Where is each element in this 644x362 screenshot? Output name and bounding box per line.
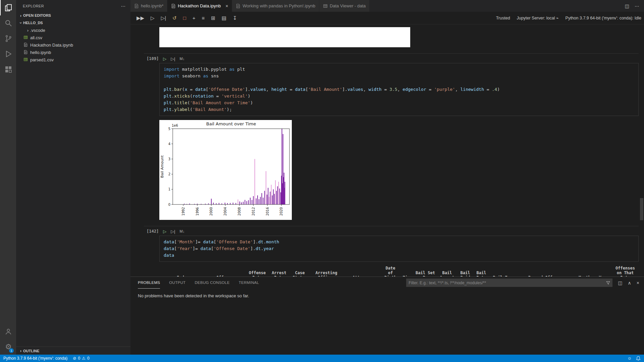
dataframe-output: IndexOffensesOffense DateArrest DateCase… <box>159 266 639 277</box>
status-bar-right: ☺ <box>628 356 641 361</box>
panel-tab-output[interactable]: OUTPUT <box>169 277 185 289</box>
run-cell-icon[interactable]: ▷ <box>151 15 155 21</box>
panel-tabs: PROBLEMSOUTPUTDEBUG CONSOLETERMINAL <box>138 277 268 289</box>
panel-tab-debug-console[interactable]: DEBUG CONSOLE <box>195 277 229 289</box>
run-below-icon[interactable]: ▷| <box>171 56 175 61</box>
svg-text:1996: 1996 <box>196 207 199 216</box>
panel-tab-terminal[interactable]: TERMINAL <box>239 277 259 289</box>
trusted-indicator[interactable]: Trusted <box>496 16 510 20</box>
svg-text:5: 5 <box>168 127 170 131</box>
feedback-icon[interactable]: ☺ <box>628 356 632 361</box>
panel-tab-problems[interactable]: PROBLEMS <box>138 277 160 289</box>
export-notebook-icon[interactable]: ↧ <box>233 15 237 21</box>
file-item-hackathon-data-ipynb[interactable]: Hackathon Data.ipynb <box>16 41 130 49</box>
run-cell-icon[interactable]: ▷ <box>163 56 166 61</box>
jupyter-server-status[interactable]: Jupyter Server: local ⌁ <box>517 15 559 20</box>
tab-bar-tabs: hello.ipynb*Hackathon Data.ipynb×Working… <box>130 0 370 12</box>
maximize-panel-icon[interactable]: ∧ <box>628 280 631 286</box>
svg-text:0: 0 <box>168 203 170 206</box>
chevron-right-icon: › <box>18 348 23 353</box>
problems-status[interactable]: ⊘0 ⚠0 <box>73 356 89 361</box>
vscode-window: ⚙1 EXPLORER ⋯ › OPEN EDITORS › HELLO_DS … <box>0 0 644 355</box>
filter-input[interactable] <box>409 281 606 285</box>
run-cell-icon[interactable]: ▷ <box>163 229 166 234</box>
close-panel-icon[interactable]: × <box>637 280 639 286</box>
open-editors-section[interactable]: › OPEN EDITORS <box>16 12 130 19</box>
kernel-status[interactable]: Python 3.7.9 64-bit ('myenv': conda): Id… <box>566 16 641 20</box>
save-notebook-icon[interactable]: ▤ <box>222 15 226 21</box>
dataframe-column-header: Case Status <box>289 270 310 277</box>
interrupt-kernel-icon[interactable]: □ <box>183 15 186 21</box>
problems-filter <box>406 279 612 287</box>
dataframe-column-header: Arrest Date <box>269 270 289 277</box>
code-cell-142[interactable]: [142]▷▷|M↓data['Month']= data['Offense D… <box>144 226 639 262</box>
extensions-icon[interactable] <box>0 62 16 77</box>
dataframe-column-header: Index <box>159 275 206 277</box>
dataframe-column-header: Bail Type <box>489 275 518 277</box>
editor-more-actions-icon[interactable]: ⋯ <box>635 3 639 9</box>
markdown-cell-icon[interactable]: M↓ <box>180 57 185 61</box>
more-actions-icon[interactable]: ⋯ <box>121 3 126 9</box>
run-debug-icon[interactable] <box>0 46 16 62</box>
dataframe-column-header: Date of Birth <box>382 266 399 277</box>
panel-views-icon[interactable]: ◫ <box>618 280 622 286</box>
python-interpreter[interactable]: Python 3.7.9 64-bit ('myenv': conda) <box>3 356 67 361</box>
search-icon[interactable] <box>0 15 16 31</box>
folder-section-hello-ds[interactable]: › HELLO_DS <box>16 19 130 26</box>
dataframe-column-header: Arresting Officer <box>310 270 342 277</box>
markdown-cell-icon[interactable]: M↓ <box>180 229 185 233</box>
file-item--vscode[interactable]: ›.vscode <box>16 26 130 34</box>
close-icon[interactable]: × <box>225 3 228 9</box>
tab-working-with-pandas-in-python-ipynb[interactable]: Working with pandas in Python!.ipynb <box>232 0 319 12</box>
chevron-down-icon: › <box>18 20 23 25</box>
dataframe-header-row: IndexOffensesOffense DateArrest DateCase… <box>159 266 639 277</box>
notebook-toolbar-icons: ▶▶▷▷|↺□+≡⊞▤↧ <box>130 15 237 21</box>
outline-section[interactable]: › OUTLINE <box>16 347 130 355</box>
svg-text:Bail Amount: Bail Amount <box>160 155 164 178</box>
editor-scrollbar[interactable] <box>640 198 643 220</box>
add-cell-icon[interactable]: + <box>193 15 196 21</box>
notebook-icon <box>23 50 28 55</box>
explorer-icon[interactable] <box>0 0 16 15</box>
notebook-icon <box>134 4 139 8</box>
code-cell-109[interactable]: [109]▷▷|M↓import matplotlib.pyplot as pl… <box>144 53 639 116</box>
svg-text:1e6: 1e6 <box>172 124 178 127</box>
account-icon[interactable] <box>0 324 16 339</box>
notebook-content: [109]▷▷|M↓import matplotlib.pyplot as pl… <box>130 24 644 277</box>
cell-code[interactable]: import matplotlib.pyplot as pltimport se… <box>159 63 639 116</box>
tab-hackathon-data-ipynb[interactable]: Hackathon Data.ipynb× <box>167 0 232 12</box>
file-item-all-csv[interactable]: all.csv <box>16 34 130 41</box>
run-all-icon[interactable]: ▶▶ <box>137 15 144 21</box>
tab-bar: hello.ipynb*Hackathon Data.ipynb×Working… <box>130 0 644 12</box>
dataframe-column-header: Offenses on That Date <box>613 266 638 277</box>
file-item-hello-ipynb[interactable]: hello.ipynb <box>16 49 130 56</box>
dataframe-column-header: Bail Date <box>473 270 489 277</box>
file-item-parsed1-csv[interactable]: parsed1.csv <box>16 56 130 63</box>
bottom-panel: PROBLEMSOUTPUTDEBUG CONSOLETERMINAL ◫ ∧ … <box>130 277 644 355</box>
warning-icon: ⚠ <box>82 356 86 361</box>
settings-gear-icon[interactable]: ⚙1 <box>0 339 16 355</box>
run-below-icon[interactable]: ▷| <box>161 15 166 21</box>
notifications-bell-icon[interactable] <box>636 356 641 361</box>
split-editor-icon[interactable]: ◫ <box>625 3 629 9</box>
cell-code[interactable]: data['Month']= data['Offense Date'].dt.m… <box>159 236 639 262</box>
expand-cells-icon[interactable]: ≡ <box>202 15 205 21</box>
connect-icon: ⌁ <box>556 16 559 20</box>
activity-bar-bottom: ⚙1 <box>0 324 16 355</box>
svg-text:1992: 1992 <box>181 207 185 216</box>
tab-hello-ipynb-[interactable]: hello.ipynb* <box>130 0 167 12</box>
panel-header: PROBLEMSOUTPUTDEBUG CONSOLETERMINAL ◫ ∧ … <box>130 277 644 289</box>
notebook-toolbar-status: Trusted Jupyter Server: local ⌁ Python 3… <box>496 15 644 20</box>
status-bar: Python 3.7.9 64-bit ('myenv': conda) ⊘0 … <box>0 355 644 362</box>
dataframe-column-header: Attorney <box>342 275 382 277</box>
run-below-icon[interactable]: ▷| <box>171 229 175 234</box>
source-control-icon[interactable] <box>0 31 16 46</box>
svg-text:4: 4 <box>168 142 170 146</box>
chart-svg: Bail Amount over TimeBail Amount1e601234… <box>159 120 292 220</box>
tab-data-viewer-data[interactable]: Data Viewer - data <box>319 0 370 12</box>
svg-text:2008: 2008 <box>237 207 241 216</box>
svg-text:2004: 2004 <box>223 207 227 216</box>
variable-explorer-icon[interactable]: ⊞ <box>211 15 215 21</box>
restart-kernel-icon[interactable]: ↺ <box>172 15 177 21</box>
filter-icon <box>606 281 610 285</box>
